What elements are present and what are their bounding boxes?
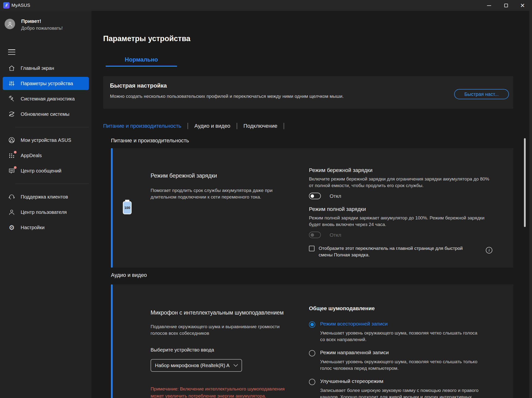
sidebar-item-message-center[interactable]: Центр сообщений [3,164,89,177]
sidebar-item-system-update[interactable]: Обновление системы [3,108,89,121]
tab-normal-underline [106,66,177,67]
tab-connectivity[interactable]: Подключение [243,123,278,129]
sidebar-divider [15,127,89,127]
tab-separator [284,123,284,129]
system-update-icon [8,110,15,118]
appdeals-icon [8,152,15,159]
mic-noise-cancel-block: Микрофон с интеллектуальным шумоподавлен… [151,309,301,398]
tab-separator [237,123,237,129]
radio-option-label: Режим всесторонней записи [320,321,483,327]
wrench-icon [8,95,15,102]
tab-audio-video[interactable]: Аудио и видео [194,123,230,129]
scrollbar-thumb[interactable] [524,138,526,227]
sidebar-item-customer-support[interactable]: Поддержка клиентов [3,190,89,203]
radio-option-label: Режим направленной записи [320,350,483,355]
sidebar-item-my-asus-devices[interactable]: Мои устройства ASUS [3,134,89,147]
battery-care-summary: Режим бережной зарядки Помогает продлить… [151,172,301,200]
sidebar-item-label: Настройки [21,225,45,230]
battery-icon: 100 [122,200,132,214]
asus-devices-icon [8,136,15,144]
sidebar-item-diagnostics[interactable]: Системная диагностика [3,92,89,105]
sidebar-divider [15,184,89,184]
mic-title: Микрофон с интеллектуальным шумоподавлен… [151,309,301,316]
battery-care-controls: Режим бережной зарядки Включите режим бе… [309,167,501,258]
sidebar-item-device-settings[interactable]: Параметры устройства [3,77,89,90]
mic-warning-note-1: Примечание: Включение интеллектуального … [151,385,287,398]
battery-level: 100 [124,206,130,210]
window-title: MyASUS [11,3,30,8]
myasus-logo-icon: // [3,2,9,9]
sidebar-item-label: Поддержка клиентов [21,194,68,200]
quick-settings-title: Быстрая настройка [110,82,167,89]
radio-icon[interactable] [309,350,315,356]
noise-reduction-block: Общее шумоподавление Режим всесторонней … [309,305,504,398]
tab-separator [188,123,188,129]
battery-care-description: Помогает продлить срок службы аккумулято… [151,187,297,200]
radio-option-description: Уменьшает уровень окружающего шума, позв… [320,358,483,371]
radio-icon[interactable] [309,379,315,385]
main-content: Параметры устройства Нормально Быстрая н… [91,11,532,398]
sidebar-item-appdeals[interactable]: AppDeals [3,149,89,162]
sidebar-item-home[interactable]: Главный экран [3,62,89,75]
avatar[interactable] [5,19,15,29]
maximize-button[interactable] [499,0,513,11]
sidebar-item-label: Системная диагностика [21,96,75,102]
sidebar-item-label: Главный экран [21,65,54,71]
input-device-label: Выберите устройство ввода [151,347,301,353]
hamburger-menu-icon[interactable] [8,49,15,55]
quick-settings-description: Можно создать несколько пользовательских… [110,94,344,99]
full-charge-toggle-row: Откл [309,232,501,238]
sidebar-item-label: Мои устройства ASUS [21,137,71,143]
card-accent-bar [111,148,113,268]
full-charge-description: Режим полной зарядки заряжает аккумулято… [309,215,490,228]
quick-settings-button[interactable]: Быстрая наст... [454,89,509,99]
sidebar-item-user-center[interactable]: Центр пользователя [3,206,89,219]
maximize-icon [504,4,508,7]
radio-option-directional-recording[interactable]: Режим направленной записи Уменьшает уров… [309,350,504,371]
close-button[interactable]: ✕ [515,0,530,11]
welcome-text: Добро пожаловать! [21,26,63,31]
user-icon [8,208,15,216]
audio-section-heading: Аудио и видео [111,272,147,278]
full-charge-toggle-state: Откл [330,232,341,238]
full-charge-title: Режим полной зарядки [309,206,501,212]
headset-icon [8,193,15,200]
care-mode-title: Режим бережной зарядки [309,167,501,173]
section-tabs: Питание и производительность Аудио и вид… [103,123,284,129]
sidebar-item-settings[interactable]: ⚙ Настройки [3,221,89,234]
close-icon: ✕ [520,3,525,9]
tab-power-performance[interactable]: Питание и производительность [103,123,181,129]
mic-description: Подавление окружающего шума и выравниван… [151,323,297,336]
tab-normal[interactable]: Нормально [106,56,177,63]
greeting-text: Привет! [21,18,41,24]
person-icon [7,21,13,27]
radio-option-description: Записывает более широкую звуковую гамму … [320,387,483,398]
input-device-dropdown[interactable]: Набор микрофонов (Realtek(R) A [151,359,242,372]
minimize-icon [487,5,491,6]
minimize-button[interactable] [482,0,496,11]
sidebar-item-label: Параметры устройства [21,81,73,86]
titlebar: // MyASUS ✕ [0,0,532,11]
page-title: Параметры устройства [103,34,190,43]
show-switch-checkbox[interactable] [309,246,315,251]
show-switch-checkbox-label: Отобразите этот переключатель на главной… [319,245,477,258]
radio-option-enhanced-stereo[interactable]: Улучшенный стереорежим Записывает более … [309,378,504,398]
gear-icon: ⚙ [8,224,15,231]
quick-settings-card: Быстрая настройка Можно создать нескольк… [103,76,513,109]
care-mode-toggle[interactable] [309,193,321,199]
info-icon[interactable]: i [486,247,492,253]
radio-icon[interactable] [309,321,315,328]
home-icon [8,64,15,72]
radio-option-label: Улучшенный стереорежим [320,378,483,384]
notification-badge [14,151,17,154]
noise-reduction-title: Общее шумоподавление [309,305,504,312]
full-charge-toggle[interactable] [309,232,321,238]
battery-care-title: Режим бережной зарядки [151,172,301,179]
power-section-heading: Питание и производительность [111,137,189,144]
care-mode-toggle-row: Откл [309,193,501,199]
card-accent-bar [111,284,113,398]
chevron-down-icon [233,364,238,367]
radio-option-omni-recording[interactable]: Режим всесторонней записи Уменьшает уров… [309,321,504,343]
sliders-icon [8,80,15,87]
sidebar-item-label: Центр сообщений [21,168,61,174]
